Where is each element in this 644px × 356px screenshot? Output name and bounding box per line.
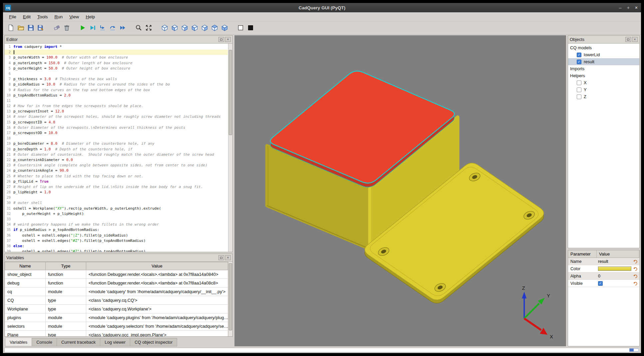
code-line[interactable]: 4p_outerLength = 150.0 # Outer length of… [5,61,228,66]
editor-float-button[interactable] [218,37,224,42]
code-line[interactable]: 39 oshell = oshell.edges("#Z").fillet(p_… [5,249,228,252]
variable-row[interactable]: pluginsmodule<module 'cadquery.plugins' … [5,313,228,322]
tree-item-x[interactable]: X [568,79,639,86]
menu-tools[interactable]: Tools [34,13,51,20]
view-top-button[interactable] [209,23,219,33]
visible-checkbox[interactable] [598,281,603,286]
code-line[interactable]: 20p_boreDepth = 1.0 # Depth of the count… [5,147,228,152]
code-line[interactable]: 1from cadquery import * [5,44,228,50]
code-line[interactable]: 33 [5,217,228,222]
undo-button[interactable] [631,281,639,286]
checkbox-lowerlid[interactable] [577,53,581,57]
code-line[interactable]: 21# Outer diameter of countersink. Shoul… [5,152,228,157]
undo-button[interactable] [631,259,639,264]
parameter-column-header[interactable]: Parameter [568,250,597,258]
editor-scrollbar[interactable] [228,44,232,252]
continue-button[interactable] [118,23,128,33]
code-line[interactable]: 8p_sideRadius = 10.0 # Radius for the cu… [5,82,228,87]
code-line[interactable]: 14# nner Diameter of the screwpost holes… [5,114,228,119]
tree-item-imports[interactable]: Imports [568,65,639,72]
code-line[interactable]: 19p_boreDiameter = 8.0 # Diameter of the… [5,141,228,146]
code-line[interactable]: 24p_countersinkAngle = 90.0 [5,168,228,173]
code-line[interactable]: 5p_outerHeight = 50.0 # Outer height of … [5,66,228,71]
variables-float-button[interactable] [218,255,224,260]
close-button[interactable]: × [635,5,638,10]
code-line[interactable]: 26p_flipLid = True [5,179,228,184]
checkbox-z[interactable] [577,94,581,99]
code-line[interactable]: 27# Height of lip on the underside of th… [5,184,228,190]
code-line[interactable]: 16# Outer Diameter of the screwposts.\nD… [5,125,228,130]
variable-row[interactable]: selectorsmodule<module 'cadquery.selecto… [5,322,228,331]
code-line[interactable]: 29 [5,195,228,200]
code-line[interactable]: 23# Countersink angle (complete angle be… [5,163,228,168]
menu-run[interactable]: Run [51,13,66,20]
variable-row[interactable]: debugfunction<function Debugger.render.<… [5,279,228,287]
minimize-button[interactable]: – [619,5,622,10]
open-script-button[interactable] [16,23,26,33]
undo-button[interactable] [631,274,639,278]
code-line[interactable]: 22p_countersinkDiameter = 0.0 [5,157,228,163]
menu-edit[interactable]: Edit [20,13,34,20]
checkbox-x[interactable] [577,81,581,85]
code-line[interactable]: 7p_thickness = 3.0 # Thickness of the bo… [5,77,228,82]
checkbox-result[interactable] [577,60,581,64]
save-script-button[interactable] [26,23,36,33]
code-line[interactable]: 34# weird geometry happens if we make th… [5,222,228,227]
debug-button[interactable] [88,23,98,33]
code-line[interactable]: 31oshell = Workplane("XY").rect(p_outerW… [5,206,228,211]
zoom-to-selection-button[interactable] [134,23,144,33]
code-line[interactable]: 30# outer shell [5,200,228,206]
shaded-mode-button[interactable] [245,23,255,33]
view-iso-button[interactable] [160,23,169,33]
tree-item-lowerlid[interactable]: lowerLid [568,51,639,58]
editor-scrollbar-thumb[interactable] [229,50,232,135]
delete-object-button[interactable] [62,23,72,33]
menu-view[interactable]: View [66,13,82,20]
tree-item-result[interactable]: result [568,58,639,65]
code-line[interactable]: 36 oshell = oshell.edges("|Z").fillet(p_… [5,233,228,238]
color-swatch[interactable] [598,267,631,271]
tree-item-helpers[interactable]: Helpers [568,72,639,79]
variables-scrollbar-thumb[interactable] [229,263,232,330]
tree-item-y[interactable]: Y [568,86,639,93]
variable-row[interactable]: show_objectfunction<function Debugger.re… [5,270,228,279]
view-front-button[interactable] [169,23,179,33]
code-line[interactable]: 6 [5,71,228,77]
menu-help[interactable]: Help [82,13,98,20]
save-as-script-button[interactable] [36,23,46,33]
variables-column-name[interactable]: Name [5,262,46,270]
variables-close-button[interactable]: × [225,255,231,260]
tab-cq-object-inspector[interactable]: CQ object inspector [130,338,177,346]
clear-objects-button[interactable] [52,23,62,33]
value-column-header[interactable]: Value [597,250,639,258]
step-button[interactable] [98,23,108,33]
code-line[interactable]: 13p_screwpostInset = 12.0 [5,109,228,114]
view-right-button[interactable] [199,23,209,33]
variable-row[interactable]: CQtype<class 'cadquery.cq.CQ'> [5,296,228,305]
code-line[interactable]: 9# Radius for the curves on the top and … [5,88,228,93]
code-line[interactable]: 3p_outerWidth = 100.0 # Outer width of b… [5,55,228,60]
code-line[interactable]: 18 [5,136,228,141]
view-left-button[interactable] [189,23,199,33]
parameter-value[interactable] [597,281,631,286]
objects-float-button[interactable] [625,37,631,42]
code-line[interactable]: 12# How far in from the edges the screwp… [5,103,228,109]
code-line[interactable]: 11 [5,98,228,103]
tab-current-traceback[interactable]: Current traceback [57,338,100,346]
code-line[interactable]: 37 oshell = oshell.edges("#Z").fillet(p_… [5,238,228,244]
fit-view-button[interactable] [144,23,154,33]
size-grip[interactable] [629,348,639,352]
menu-file[interactable]: File [6,13,20,20]
objects-close-button[interactable]: × [632,37,638,42]
tab-console[interactable]: Console [32,338,57,346]
code-line[interactable]: 2 [5,50,228,55]
variable-row[interactable]: Planetype<class 'cadquery.occ_impl.geom.… [5,331,228,337]
code-editor[interactable]: 1from cadquery import *23p_outerWidth = … [5,44,232,252]
variables-scrollbar[interactable] [228,262,232,336]
variable-row[interactable]: Workplanetype<class 'cadquery.cq.Workpla… [5,305,228,313]
code-line[interactable]: 38else: [5,244,228,249]
view-bottom-button[interactable] [219,23,229,33]
step-next-button[interactable] [108,23,118,33]
new-script-button[interactable] [6,23,16,33]
code-line[interactable]: 10p_topAndBottomRadius = 2.0 [5,93,228,98]
